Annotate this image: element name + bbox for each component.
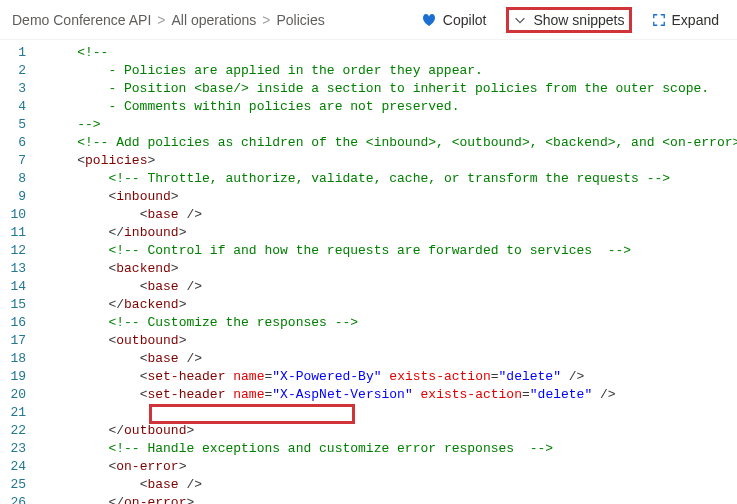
- code-line[interactable]: <base />: [46, 206, 737, 224]
- breadcrumb-item: Policies: [277, 12, 325, 28]
- code-line[interactable]: - Comments within policies are not prese…: [46, 98, 737, 116]
- line-number: 9: [0, 188, 26, 206]
- copilot-button[interactable]: Copilot: [415, 8, 493, 32]
- line-number: 12: [0, 242, 26, 260]
- line-number: 22: [0, 422, 26, 440]
- line-number: 8: [0, 170, 26, 188]
- show-snippets-label: Show snippets: [533, 12, 624, 28]
- code-line[interactable]: <base />: [46, 476, 737, 494]
- code-line[interactable]: <policies>: [46, 152, 737, 170]
- code-line[interactable]: <!-- Customize the responses -->: [46, 314, 737, 332]
- code-line[interactable]: </inbound>: [46, 224, 737, 242]
- breadcrumb-sep: >: [157, 12, 165, 28]
- line-number: 13: [0, 260, 26, 278]
- copilot-label: Copilot: [443, 12, 487, 28]
- line-number: 23: [0, 440, 26, 458]
- line-number: 25: [0, 476, 26, 494]
- line-number: 17: [0, 332, 26, 350]
- line-number: 1: [0, 44, 26, 62]
- code-line[interactable]: <!-- Add policies as children of the <in…: [46, 134, 737, 152]
- breadcrumb-item[interactable]: All operations: [171, 12, 256, 28]
- line-number: 6: [0, 134, 26, 152]
- code-line[interactable]: -->: [46, 116, 737, 134]
- show-snippets-button[interactable]: Show snippets: [506, 7, 631, 33]
- line-number: 2: [0, 62, 26, 80]
- code-line[interactable]: [46, 404, 737, 422]
- line-number: 18: [0, 350, 26, 368]
- line-number: 7: [0, 152, 26, 170]
- expand-button[interactable]: Expand: [646, 8, 725, 32]
- line-number: 24: [0, 458, 26, 476]
- line-number: 16: [0, 314, 26, 332]
- breadcrumb-item[interactable]: Demo Conference API: [12, 12, 151, 28]
- line-number: 11: [0, 224, 26, 242]
- code-line[interactable]: <!--: [46, 44, 737, 62]
- code-line[interactable]: <on-error>: [46, 458, 737, 476]
- code-line[interactable]: <!-- Handle exceptions and customize err…: [46, 440, 737, 458]
- code-line[interactable]: <inbound>: [46, 188, 737, 206]
- line-number: 14: [0, 278, 26, 296]
- line-number: 15: [0, 296, 26, 314]
- copilot-icon: [421, 12, 437, 28]
- code-line[interactable]: </on-error>: [46, 494, 737, 504]
- line-number: 20: [0, 386, 26, 404]
- line-number: 3: [0, 80, 26, 98]
- code-line[interactable]: - Policies are applied in the order they…: [46, 62, 737, 80]
- code-editor[interactable]: 1234567891011121314151617181920212223242…: [0, 40, 737, 504]
- breadcrumb: Demo Conference API > All operations > P…: [12, 12, 415, 28]
- code-line[interactable]: <!-- Throttle, authorize, validate, cach…: [46, 170, 737, 188]
- line-number: 5: [0, 116, 26, 134]
- code-line[interactable]: <set-header name="X-AspNet-Version" exis…: [46, 386, 737, 404]
- line-number: 26: [0, 494, 26, 504]
- code-line[interactable]: <outbound>: [46, 332, 737, 350]
- code-area[interactable]: <!-- - Policies are applied in the order…: [36, 44, 737, 504]
- line-number: 19: [0, 368, 26, 386]
- code-line[interactable]: <set-header name="X-Powered-By" exists-a…: [46, 368, 737, 386]
- code-line[interactable]: </backend>: [46, 296, 737, 314]
- line-number: 4: [0, 98, 26, 116]
- breadcrumb-sep: >: [262, 12, 270, 28]
- chevron-down-icon: [513, 13, 527, 27]
- expand-label: Expand: [672, 12, 719, 28]
- code-line[interactable]: </outbound>: [46, 422, 737, 440]
- code-line[interactable]: - Position <base/> inside a section to i…: [46, 80, 737, 98]
- line-gutter: 1234567891011121314151617181920212223242…: [0, 44, 36, 504]
- code-line[interactable]: <base />: [46, 278, 737, 296]
- toolbar: Copilot Show snippets Expand: [415, 7, 725, 33]
- expand-icon: [652, 13, 666, 27]
- code-line[interactable]: <base />: [46, 350, 737, 368]
- line-number: 21: [0, 404, 26, 422]
- code-line[interactable]: <backend>: [46, 260, 737, 278]
- code-line[interactable]: <!-- Control if and how the requests are…: [46, 242, 737, 260]
- line-number: 10: [0, 206, 26, 224]
- header-bar: Demo Conference API > All operations > P…: [0, 0, 737, 40]
